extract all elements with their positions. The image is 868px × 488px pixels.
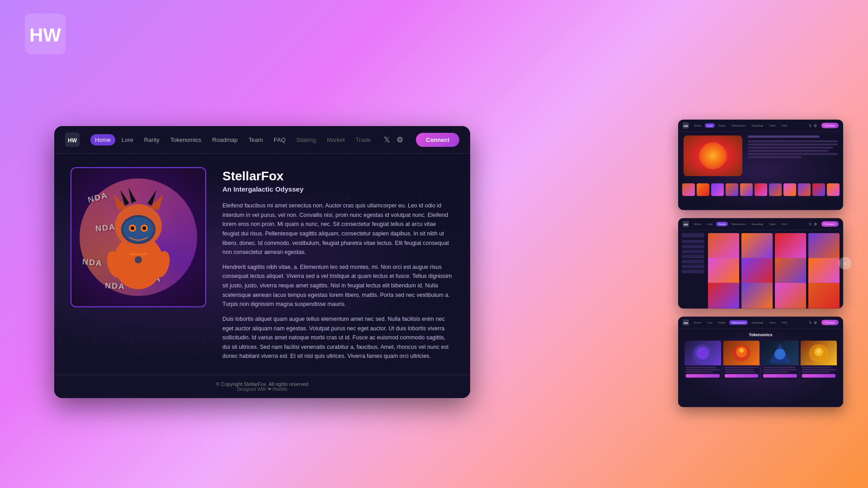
preview1-nft-11 bbox=[827, 183, 840, 196]
preview-nav-tokenomics-1[interactable]: Tokenomics bbox=[729, 123, 748, 128]
preview-nav-roadmap-2[interactable]: Roadmap bbox=[749, 222, 765, 226]
tokenomics-card-3 bbox=[762, 341, 798, 379]
tokenomics-card-2-body bbox=[723, 366, 760, 379]
nav-item-home[interactable]: Home bbox=[90, 134, 115, 145]
preview-nav-roadmap-3[interactable]: Roadmap bbox=[749, 320, 765, 325]
nav-item-team[interactable]: Team bbox=[244, 134, 268, 145]
tokenomics-card-img-3 bbox=[762, 341, 798, 366]
preview-logo-icon-1: HW bbox=[683, 122, 689, 129]
tokenomics-card-3-btn[interactable] bbox=[763, 374, 797, 378]
tokenomics-card-1-line-3 bbox=[686, 371, 713, 373]
preview-nav-rarity-3[interactable]: Rarity bbox=[716, 320, 728, 325]
main-logo: HW bbox=[25, 14, 66, 54]
discord-icon[interactable]: ⚙ bbox=[396, 135, 403, 145]
tokenomics-card-1-btn[interactable] bbox=[686, 374, 720, 378]
tokenomics-card-2-line-2 bbox=[725, 369, 753, 371]
nft-character-art bbox=[93, 181, 184, 294]
preview-twitter-icon-2: 𝕏 bbox=[809, 222, 811, 226]
preview2-nft-9[interactable]: Lorem ipsum #009 bbox=[708, 283, 739, 309]
tokenomics-card-4-line-3 bbox=[802, 371, 830, 373]
preview1-nft-3 bbox=[711, 183, 724, 196]
preview1-nft-1 bbox=[682, 183, 695, 196]
preview-nav-roadmap-1[interactable]: Roadmap bbox=[749, 123, 765, 128]
tokenomics-card-4-btn[interactable] bbox=[802, 374, 836, 378]
preview-twitter-icon-1: 𝕏 bbox=[809, 123, 811, 127]
preview2-filter-3 bbox=[682, 250, 704, 253]
preview-nav-lore-item[interactable]: Lore bbox=[705, 123, 715, 128]
preview2-search-bar[interactable] bbox=[682, 233, 704, 238]
tokenomics-card-2-btn[interactable] bbox=[725, 374, 759, 378]
preview-nav-home-2[interactable]: Home bbox=[692, 222, 703, 226]
carousel-arrow-button[interactable]: › bbox=[839, 257, 851, 270]
nft-image-frame: NDA NDA NDA NDA NDA NDA NDA bbox=[71, 167, 206, 307]
preview2-nft-10[interactable]: Lorem ipsum #010 bbox=[741, 283, 773, 309]
preview2-nft-11[interactable]: Lorem ipsum #011 bbox=[775, 283, 806, 309]
preview-twitter-icon-3: 𝕏 bbox=[809, 320, 811, 324]
svg-text:HW: HW bbox=[684, 322, 688, 324]
nav-item-rarity[interactable]: Rarity bbox=[140, 134, 164, 145]
preview-nav-rarity-1[interactable]: Rarity bbox=[716, 123, 728, 128]
hero-body: Eleifend faucibus mi amet senectus non. … bbox=[222, 201, 454, 361]
preview-card-tokenomics: HW Home Lore Rarity Tokenomics Roadmap T… bbox=[678, 317, 843, 407]
preview-nav-faq-3[interactable]: FAQ bbox=[779, 320, 789, 325]
tokenomics-card-1 bbox=[684, 341, 721, 379]
svg-rect-19 bbox=[129, 253, 147, 255]
preview-nav-faq-2[interactable]: FAQ bbox=[779, 222, 789, 226]
preview-nav-team-2[interactable]: Team bbox=[767, 222, 778, 226]
preview1-nft-6 bbox=[755, 183, 767, 196]
connect-button[interactable]: Connect bbox=[416, 133, 459, 147]
preview-nav-tokenomics-2[interactable]: Tokenomics bbox=[729, 222, 748, 226]
preview3-content: Tokenomics bbox=[678, 329, 843, 407]
preview1-hero-image bbox=[684, 136, 742, 176]
preview-nav-team-1[interactable]: Team bbox=[767, 123, 778, 128]
preview1-text-line-5 bbox=[748, 150, 829, 152]
preview-social-icons-1: 𝕏 ⚙ bbox=[809, 123, 817, 127]
nav-item-lore[interactable]: Lore bbox=[117, 134, 138, 145]
preview-nav-home-1[interactable]: Home bbox=[692, 123, 703, 128]
tokenomics-section-title: Tokenomics bbox=[684, 333, 837, 337]
preview-connect-btn-3[interactable]: Connect bbox=[821, 320, 839, 325]
preview-nav-tokenomics: HW Home Lore Rarity Tokenomics Roadmap T… bbox=[678, 317, 843, 329]
nav-item-faq[interactable]: FAQ bbox=[269, 134, 290, 145]
nav-item-roadmap[interactable]: Roadmap bbox=[208, 134, 242, 145]
preview-nav-lore-3[interactable]: Lore bbox=[705, 320, 715, 325]
preview-nav-faq-1[interactable]: FAQ bbox=[779, 123, 789, 128]
nav-item-staking[interactable]: Staking bbox=[292, 134, 321, 145]
hero-title: StellarFox bbox=[222, 169, 454, 183]
preview-nav-lore-2[interactable]: Lore bbox=[705, 222, 715, 226]
preview-connect-btn-1[interactable]: Connect bbox=[821, 123, 839, 128]
preview-social-icons-3: 𝕏 ⚙ bbox=[809, 320, 817, 324]
preview-discord-icon-2: ⚙ bbox=[814, 222, 817, 226]
tokenomics-card-3-line-2 bbox=[763, 369, 797, 371]
preview-nav-team-3[interactable]: Team bbox=[767, 320, 778, 325]
preview1-text-line-6 bbox=[748, 153, 838, 155]
designed-by-text: Designed With ❤ HiraWo bbox=[61, 387, 464, 392]
tokenomics-card-4-line-2 bbox=[802, 369, 836, 371]
nav-item-tokenomics[interactable]: Tokenomics bbox=[166, 134, 206, 145]
nft-text-content: StellarFox An Intergalactic Odyssey Elei… bbox=[222, 167, 454, 361]
svg-text:HW: HW bbox=[684, 125, 688, 127]
preview2-nft-12[interactable]: Lorem ipsum #012 bbox=[808, 283, 840, 309]
preview2-nft-grid: Lorem ipsum #001 Lorem ipsum #002 Lorem … bbox=[708, 233, 840, 305]
preview2-filter-2 bbox=[682, 245, 704, 249]
preview1-nft-7 bbox=[769, 183, 782, 196]
preview-nav-home-3[interactable]: Home bbox=[692, 320, 703, 325]
preview1-nft-9 bbox=[798, 183, 811, 196]
preview2-filter-1 bbox=[682, 240, 704, 244]
preview-nav-rarity: HW Home Lore Rarity Tokenomics Roadmap T… bbox=[678, 218, 843, 230]
preview-social-icons-2: 𝕏 ⚙ bbox=[809, 222, 817, 226]
svg-point-7 bbox=[123, 217, 154, 242]
svg-text:HW: HW bbox=[29, 24, 61, 46]
preview-nav-rarity-item[interactable]: Rarity bbox=[716, 222, 728, 226]
preview-connect-btn-2[interactable]: Connect bbox=[821, 221, 839, 227]
twitter-icon[interactable]: 𝕏 bbox=[384, 135, 390, 145]
preview-card-rarity: HW Home Lore Rarity Tokenomics Roadmap T… bbox=[678, 218, 843, 309]
preview1-content bbox=[678, 132, 843, 210]
preview1-text-line-7 bbox=[748, 156, 802, 158]
nav-item-trade[interactable]: Trade bbox=[351, 134, 375, 145]
preview-nav-tokenomics-item[interactable]: Tokenomics bbox=[729, 320, 748, 325]
tokenomics-card-3-line-1 bbox=[763, 367, 795, 368]
preview-nav-items-2: Home Lore Rarity Tokenomics Roadmap Team… bbox=[692, 222, 806, 226]
hero-body-para1: Eleifend faucibus mi amet senectus non. … bbox=[222, 201, 454, 257]
nav-item-market[interactable]: Market bbox=[322, 134, 349, 145]
